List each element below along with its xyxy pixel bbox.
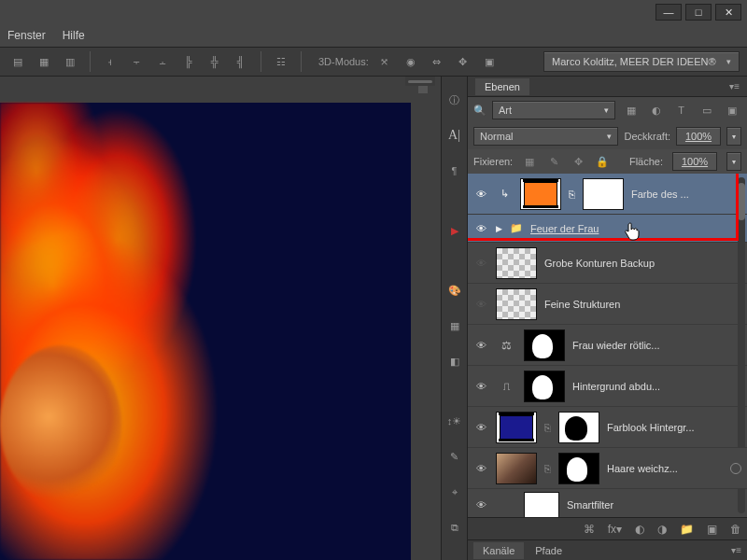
navigator-panel-icon[interactable]: ⌖ <box>446 483 463 500</box>
paragraph-panel-icon[interactable]: ¶ <box>446 162 463 179</box>
menu-item-hilfe[interactable]: Hilfe <box>63 29 85 42</box>
layer-name[interactable]: Feuer der Frau <box>530 223 741 234</box>
layer-row-smart[interactable]: 👁 ⎘ Haare weichz... <box>468 448 747 489</box>
panel-menu-icon[interactable]: ▾≡ <box>722 542 747 558</box>
layer-name[interactable]: Grobe Konturen Backup <box>544 258 741 269</box>
3d-camera-icon[interactable]: ▣ <box>479 51 500 72</box>
layer-row[interactable]: 👁 Grobe Konturen Backup <box>468 243 747 284</box>
info-icon[interactable]: ⓘ <box>446 91 463 108</box>
opacity-field[interactable]: 100% <box>676 127 721 146</box>
swatches-panel-icon[interactable]: ▦ <box>446 317 463 334</box>
new-group-icon[interactable]: 📁 <box>680 523 694 536</box>
distribute-hcenter-icon[interactable]: ╬ <box>204 51 225 72</box>
canvas-area[interactable] <box>0 77 441 560</box>
new-adjustment-icon[interactable]: ◑ <box>657 523 667 536</box>
visibility-toggle[interactable]: 👁 <box>473 299 488 310</box>
layer-row-smartfilter[interactable]: 👁 Smartfilter <box>468 489 747 517</box>
filter-type-icon[interactable]: T <box>671 100 691 120</box>
close-button[interactable]: ✕ <box>715 4 741 21</box>
layer-thumbnail[interactable] <box>496 247 537 279</box>
menu-item-fenster[interactable]: Fenster <box>7 29 46 42</box>
3d-pan-icon[interactable]: ✥ <box>453 51 473 72</box>
layer-mask-thumbnail[interactable] <box>583 178 624 210</box>
distribute-right-icon[interactable]: ╣ <box>231 51 251 72</box>
layer-name[interactable]: Feine Strukturen <box>544 299 741 310</box>
lock-pixels-icon[interactable]: ✎ <box>546 154 561 169</box>
blend-mode-dropdown[interactable]: Normal ▾ <box>473 127 618 146</box>
distribute-bottom-icon[interactable]: ⫠ <box>152 51 173 72</box>
layer-effects-icon[interactable]: fx▾ <box>608 523 622 536</box>
layer-mask-thumbnail[interactable] <box>558 453 599 484</box>
layer-name[interactable]: Hintergrund abdu... <box>572 381 741 392</box>
layer-row-selected[interactable]: 👁 ↳ ⎘ Farbe des ... <box>468 174 747 215</box>
layer-mask-thumbnail[interactable] <box>524 371 565 402</box>
channels-tab[interactable]: Kanäle <box>473 542 524 559</box>
character-panel-icon[interactable]: A| <box>446 127 463 144</box>
visibility-toggle[interactable]: 👁 <box>473 189 488 200</box>
minimize-button[interactable]: — <box>655 4 682 21</box>
link-layers-icon[interactable]: ⌘ <box>584 523 595 536</box>
layer-row[interactable]: 👁 ⚖ Frau wieder rötlic... <box>468 325 747 366</box>
distribute-left-icon[interactable]: ╠ <box>178 51 199 72</box>
group-expand-toggle[interactable]: ▶ <box>496 224 502 233</box>
smartfilter-mask-thumbnail[interactable] <box>524 492 559 518</box>
layer-name[interactable]: Haare weichz... <box>607 463 741 474</box>
delete-layer-icon[interactable]: 🗑 <box>730 523 741 536</box>
filter-smart-icon[interactable]: ▣ <box>722 100 741 120</box>
panel-menu-icon[interactable]: ▾≡ <box>729 81 740 91</box>
layer-name[interactable]: Smartfilter <box>567 499 741 511</box>
visibility-toggle[interactable]: 👁 <box>473 381 488 392</box>
align-right-icon[interactable]: ▥ <box>60 51 80 72</box>
layer-row[interactable]: 👁 ⎍ Hintergrund abdu... <box>468 366 747 407</box>
fill-flyout-button[interactable]: ▾ <box>726 152 741 171</box>
layer-thumbnail[interactable] <box>520 178 561 210</box>
lock-transparent-icon[interactable]: ▦ <box>522 154 537 169</box>
filter-type-dropdown[interactable]: Art ▾ <box>492 101 615 119</box>
visibility-toggle[interactable]: 👁 <box>473 422 488 433</box>
layer-group-row[interactable]: 👁 ▶ 📁 Feuer der Frau <box>468 215 747 243</box>
mask-link-icon[interactable]: ⎘ <box>544 422 551 433</box>
align-left-icon[interactable]: ▤ <box>7 51 28 72</box>
layer-name[interactable]: Farbe des ... <box>631 189 741 200</box>
distribute-vcenter-icon[interactable]: ⫟ <box>126 51 147 72</box>
history-red-arrow-icon[interactable]: ▶ <box>446 222 463 239</box>
clone-panel-icon[interactable]: ⧉ <box>446 519 463 536</box>
3d-rotate-icon[interactable]: ◉ <box>401 51 421 72</box>
visibility-toggle[interactable]: 👁 <box>473 499 488 511</box>
layer-thumbnail[interactable] <box>496 288 537 320</box>
align-center-icon[interactable]: ▦ <box>34 51 54 72</box>
styles-panel-icon[interactable]: ◧ <box>446 353 463 370</box>
panel-collapse-grip[interactable] <box>405 77 435 86</box>
workspace-dropdown[interactable]: Marco Kolditz, MEER DER IDEEN® ▾ <box>543 51 740 72</box>
auto-align-icon[interactable]: ☷ <box>271 51 291 72</box>
new-layer-icon[interactable]: ▣ <box>707 523 717 536</box>
layer-name[interactable]: Farblook Hintergr... <box>607 422 741 433</box>
layer-name[interactable]: Frau wieder rötlic... <box>572 340 741 351</box>
visibility-toggle[interactable]: 👁 <box>473 340 488 351</box>
paths-tab[interactable]: Pfade <box>526 542 571 559</box>
layer-mask-thumbnail[interactable] <box>558 412 599 443</box>
filter-shape-icon[interactable]: ▭ <box>697 100 716 120</box>
lock-position-icon[interactable]: ✥ <box>571 154 585 169</box>
layers-tab[interactable]: Ebenen <box>475 78 529 95</box>
distribute-top-icon[interactable]: ⫞ <box>100 51 120 72</box>
layers-list[interactable]: 👁 ↳ ⎘ Farbe des ... 👁 ▶ 📁 Feuer der Frau… <box>468 174 747 517</box>
maximize-button[interactable]: □ <box>685 4 712 21</box>
visibility-toggle[interactable]: 👁 <box>473 223 488 234</box>
adjustments-panel-icon[interactable]: ↕☀ <box>446 413 463 429</box>
layer-thumbnail[interactable] <box>496 412 537 443</box>
3d-scale-icon[interactable]: ⇔ <box>427 51 447 72</box>
3d-move-icon[interactable]: ⤧ <box>374 51 395 72</box>
fill-field[interactable]: 100% <box>672 152 717 171</box>
add-mask-icon[interactable]: ◐ <box>635 523 644 536</box>
layer-thumbnail[interactable] <box>496 453 537 484</box>
visibility-toggle[interactable]: 👁 <box>473 463 488 474</box>
mask-link-icon[interactable]: ⎘ <box>569 189 575 200</box>
visibility-toggle[interactable]: 👁 <box>473 258 488 269</box>
mask-link-icon[interactable]: ⎘ <box>544 463 551 474</box>
filter-adjust-icon[interactable]: ◐ <box>646 100 666 120</box>
lock-all-icon[interactable]: 🔒 <box>595 154 610 169</box>
opacity-flyout-button[interactable]: ▾ <box>726 127 741 146</box>
color-panel-icon[interactable]: 🎨 <box>446 282 463 299</box>
filter-pixel-icon[interactable]: ▦ <box>621 100 641 120</box>
